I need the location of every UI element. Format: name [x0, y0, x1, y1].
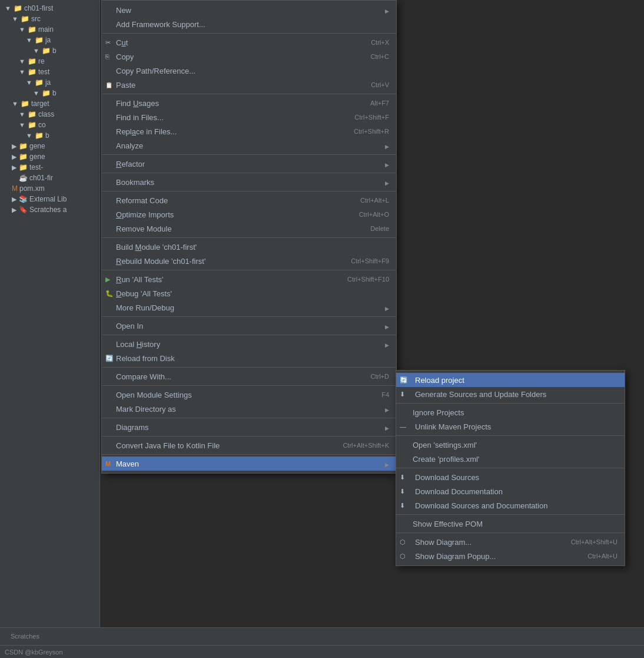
- submenu-item-ignore-projects[interactable]: Ignore Projects: [396, 405, 625, 419]
- folder-icon-co: 📁: [28, 121, 36, 129]
- submenu-label-unlink-maven: Unlink Maven Projects: [413, 422, 618, 431]
- menu-label-more-run-debug: More Run/Debug: [116, 303, 380, 312]
- menu-item-copy-path[interactable]: Copy Path/Reference...: [102, 64, 396, 78]
- shortcut-open-module-settings: F4: [381, 391, 389, 398]
- sidebar-item-pomxml[interactable]: M pom.xm: [0, 183, 99, 194]
- folder-icon-class: 📁: [28, 110, 36, 118]
- menu-item-bookmarks[interactable]: Bookmarks: [102, 175, 396, 189]
- sidebar-item-b3[interactable]: ▼ 📁 b: [0, 130, 99, 141]
- menu-item-new[interactable]: New: [102, 3, 396, 17]
- sidebar-item-co[interactable]: ▼ 📁 co: [0, 120, 99, 130]
- menu-item-compare-with[interactable]: Compare With... Ctrl+D: [102, 369, 396, 383]
- menu-item-mark-directory[interactable]: Mark Directory as: [102, 402, 396, 416]
- ide-background: ▼ 📁 ch01-first ▼ 📁 src ▼ 📁 main ▼ 📁 ja ▼…: [0, 0, 644, 658]
- menu-item-build-module[interactable]: Build Module 'ch01-first': [102, 240, 396, 254]
- menu-item-replace-in-files[interactable]: Replace in Files... Ctrl+Shift+R: [102, 124, 396, 138]
- submenu-label-download-docs: Download Documentation: [413, 487, 618, 496]
- menu-label-find-usages: Find Usages: [116, 99, 358, 108]
- sidebar-item-b2[interactable]: ▼ 📁 b: [0, 88, 99, 98]
- sidebar-item-ja[interactable]: ▼ 📁 ja: [0, 35, 99, 45]
- separator-10: [102, 367, 396, 368]
- sidebar-item-test[interactable]: ▼ 📁 test: [0, 67, 99, 77]
- chevron-icon-more-run: [385, 303, 389, 312]
- menu-item-open-in[interactable]: Open In: [102, 319, 396, 333]
- menu-item-remove-module[interactable]: Remove Module Delete: [102, 221, 396, 236]
- expand-icon-test2: ▶: [12, 164, 16, 171]
- sidebar-item-ja2[interactable]: ▼ 📁 ja: [0, 77, 99, 88]
- menu-item-debug-all-tests[interactable]: Debug 'All Tests': [102, 286, 396, 300]
- sidebar-item-project[interactable]: ▼ 📁 ch01-first: [0, 3, 99, 14]
- menu-item-reload-disk[interactable]: Reload from Disk: [102, 351, 396, 365]
- generate-sources-icon: ⬇: [400, 391, 405, 398]
- sidebar-item-b1[interactable]: ▼ 📁 b: [0, 45, 99, 56]
- submenu-item-show-effective-pom[interactable]: Show Effective POM: [396, 517, 625, 531]
- submenu-item-download-both[interactable]: Download Sources and Documentation: [396, 498, 625, 512]
- menu-item-paste[interactable]: Paste Ctrl+V: [102, 78, 396, 92]
- submenu-item-create-profiles-xml[interactable]: Create 'profiles.xml': [396, 452, 625, 466]
- menu-label-maven: Maven: [116, 459, 380, 468]
- menu-item-rebuild-module[interactable]: Rebuild Module 'ch01-first' Ctrl+Shift+F…: [102, 254, 396, 268]
- menu-label-open-in: Open In: [116, 322, 380, 330]
- submenu-item-show-diagram[interactable]: Show Diagram... Ctrl+Alt+Shift+U: [396, 535, 625, 549]
- menu-item-cut[interactable]: Cut Ctrl+X: [102, 35, 396, 49]
- reload-disk-icon: [105, 355, 114, 362]
- folder-icon-target: 📁: [21, 100, 29, 108]
- separator-4: [102, 173, 396, 173]
- submenu-item-show-diagram-popup[interactable]: Show Diagram Popup... Ctrl+Alt+U: [396, 549, 625, 563]
- sidebar-ja-label: ja: [45, 36, 51, 44]
- menu-label-paste: Paste: [116, 81, 359, 90]
- maven-icon: M: [105, 460, 111, 467]
- submenu-item-reload-project[interactable]: 🔄 Reload project: [396, 373, 625, 387]
- shortcut-replace-in-files: Ctrl+Shift+R: [354, 128, 389, 135]
- tab-scratches[interactable]: Scratches: [5, 630, 45, 643]
- sidebar-gene1-label: gene: [29, 142, 45, 150]
- sidebar-item-main[interactable]: ▼ 📁 main: [0, 24, 99, 35]
- submenu-item-generate-sources[interactable]: ⬇ Generate Sources and Update Folders: [396, 387, 625, 401]
- submenu-item-open-settings-xml[interactable]: Open 'settings.xml': [396, 438, 625, 452]
- chevron-icon-analyze: [385, 141, 389, 150]
- sidebar-item-src[interactable]: ▼ 📁 src: [0, 14, 99, 24]
- menu-item-maven[interactable]: M Maven: [102, 457, 396, 471]
- menu-item-local-history[interactable]: Local History: [102, 337, 396, 351]
- submenu-item-download-sources[interactable]: Download Sources: [396, 470, 625, 484]
- menu-item-reformat[interactable]: Reformat Code Ctrl+Alt+L: [102, 193, 396, 207]
- folder-icon-gene1: 📁: [19, 142, 28, 150]
- sidebar-class-label: class: [38, 110, 54, 118]
- menu-label-optimize-imports: Optimize Imports: [116, 210, 347, 219]
- separator-1: [102, 33, 396, 34]
- folder-icon-ja: 📁: [35, 36, 44, 44]
- sidebar-item-target[interactable]: ▼ 📁 target: [0, 98, 99, 109]
- submenu-label-download-both: Download Sources and Documentation: [413, 501, 618, 510]
- sidebar-item-test2[interactable]: ▶ 📁 test-: [0, 162, 99, 173]
- menu-item-add-framework[interactable]: Add Framework Support...: [102, 17, 396, 31]
- menu-item-refactor[interactable]: Refactor: [102, 157, 396, 171]
- sidebar-item-extlib[interactable]: ▶ 📚 External Lib: [0, 194, 99, 204]
- menu-item-open-module-settings[interactable]: Open Module Settings F4: [102, 388, 396, 402]
- menu-item-more-run-debug[interactable]: More Run/Debug: [102, 300, 396, 315]
- menu-item-diagrams[interactable]: Diagrams: [102, 420, 396, 434]
- separator-14: [102, 454, 396, 455]
- menu-label-local-history: Local History: [116, 340, 380, 349]
- sidebar-item-re[interactable]: ▼ 📁 re: [0, 56, 99, 67]
- menu-label-replace-in-files: Replace in Files...: [116, 127, 342, 136]
- submenu-sep-2: [396, 435, 625, 436]
- folder-icon-b1: 📁: [42, 47, 51, 55]
- sidebar-item-scratches[interactable]: ▶ 🔖 Scratches a: [0, 204, 99, 215]
- sidebar-item-ch01fir[interactable]: ☕ ch01-fir: [0, 173, 99, 183]
- menu-item-convert-kotlin[interactable]: Convert Java File to Kotlin File Ctrl+Al…: [102, 438, 396, 452]
- sidebar-item-gene1[interactable]: ▶ 📁 gene: [0, 141, 99, 151]
- menu-label-debug-all-tests: Debug 'All Tests': [116, 289, 389, 298]
- menu-item-optimize-imports[interactable]: Optimize Imports Ctrl+Alt+O: [102, 207, 396, 221]
- submenu-item-unlink-maven[interactable]: Unlink Maven Projects: [396, 419, 625, 434]
- submenu-sep-4: [396, 514, 625, 515]
- sidebar-item-class[interactable]: ▼ 📁 class: [0, 109, 99, 120]
- sidebar-item-gene2[interactable]: ▶ 📁 gene: [0, 151, 99, 162]
- submenu-item-download-docs[interactable]: Download Documentation: [396, 484, 625, 498]
- menu-item-find-in-files[interactable]: Find in Files... Ctrl+Shift+F: [102, 110, 396, 124]
- menu-item-find-usages[interactable]: Find Usages Alt+F7: [102, 96, 396, 110]
- diagram-icon: [400, 538, 406, 546]
- separator-3: [102, 154, 396, 155]
- menu-item-run-all-tests[interactable]: Run 'All Tests' Ctrl+Shift+F10: [102, 272, 396, 286]
- menu-item-copy[interactable]: Copy Ctrl+C: [102, 49, 396, 64]
- menu-item-analyze[interactable]: Analyze: [102, 138, 396, 153]
